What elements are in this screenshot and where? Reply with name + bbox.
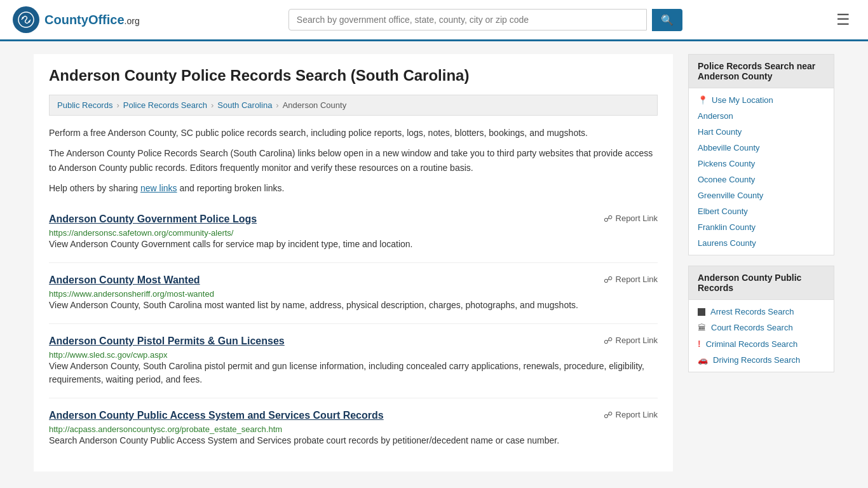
criminal-icon: ! <box>698 339 701 349</box>
sidebar-public-records-list: Arrest Records Search 🏛 Court Records Se… <box>689 300 834 372</box>
report-link-button[interactable]: ☍ Report Link <box>604 274 658 285</box>
result-header: Anderson County Pistol Permits & Gun Lic… <box>49 336 658 347</box>
sidebar-greenville-link[interactable]: Greenville County <box>698 191 763 200</box>
breadcrumb: Public Records › Police Records Search ›… <box>49 95 658 116</box>
list-item: Arrest Records Search <box>689 304 834 320</box>
result-title-link[interactable]: Anderson County Public Access System and… <box>49 410 384 421</box>
result-desc: View Anderson County, South Carolina pis… <box>49 360 658 386</box>
report-link-label: Report Link <box>616 274 658 284</box>
list-item: Laurens County <box>689 235 834 251</box>
sidebar-anderson-link[interactable]: Anderson <box>698 111 733 121</box>
breadcrumb-sep-2: › <box>211 100 214 110</box>
list-item: Elbert County <box>689 203 834 219</box>
court-icon: 🏛 <box>698 323 706 332</box>
logo-text: CountyOffice.org <box>44 13 140 27</box>
logo-suffix: .org <box>125 16 140 26</box>
driving-records-link[interactable]: Driving Records Search <box>713 355 800 365</box>
list-item: Greenville County <box>689 187 834 203</box>
sidebar: Police Records Search near Anderson Coun… <box>688 54 834 471</box>
sidebar-nearby-list: 📍 Use My Location Anderson Hart County A… <box>689 88 834 255</box>
result-title-link[interactable]: Anderson County Most Wanted <box>49 274 200 286</box>
sidebar-nearby-title: Police Records Search near Anderson Coun… <box>689 55 834 88</box>
intro-para-3: Help others by sharing new links and rep… <box>49 181 658 195</box>
list-item: Pickens County <box>689 156 834 172</box>
result-url[interactable]: http://acpass.andersoncountysc.org/proba… <box>49 424 282 434</box>
driving-icon: 🚗 <box>698 355 708 365</box>
intro-para-3-after: and reporting broken links. <box>177 183 285 193</box>
report-link-button[interactable]: ☍ Report Link <box>604 214 658 224</box>
report-link-button[interactable]: ☍ Report Link <box>604 336 658 346</box>
arrest-records-link[interactable]: Arrest Records Search <box>710 307 794 316</box>
sidebar-pickens-link[interactable]: Pickens County <box>698 159 755 168</box>
search-input[interactable] <box>288 9 647 30</box>
result-desc: View Anderson County Government calls fo… <box>49 238 658 251</box>
sidebar-public-records-section: Anderson County Public Records Arrest Re… <box>688 266 834 372</box>
result-header: Anderson County Government Police Logs ☍… <box>49 214 658 225</box>
intro-para-1: Perform a free Anderson County, SC publi… <box>49 126 658 140</box>
sidebar-abbeville-link[interactable]: Abbeville County <box>698 143 760 152</box>
sidebar-franklin-link[interactable]: Franklin County <box>698 222 756 232</box>
report-icon: ☍ <box>604 336 613 346</box>
report-link-label: Report Link <box>616 214 658 223</box>
list-item: Hart County <box>689 124 834 140</box>
list-item: Anderson <box>689 108 834 124</box>
svg-point-2 <box>29 21 31 23</box>
result-header: Anderson County Most Wanted ☍ Report Lin… <box>49 274 658 286</box>
use-my-location-link[interactable]: Use My Location <box>712 95 773 105</box>
result-item: Anderson County Pistol Permits & Gun Lic… <box>49 324 658 398</box>
site-header: CountyOffice.org 🔍 ☰ <box>0 0 868 41</box>
breadcrumb-public-records[interactable]: Public Records <box>57 100 112 110</box>
result-url[interactable]: https://www.andersonsheriff.org/most-wan… <box>49 289 214 299</box>
result-title-link[interactable]: Anderson County Government Police Logs <box>49 214 257 225</box>
report-link-label: Report Link <box>616 336 658 345</box>
result-url[interactable]: http://www.sled.sc.gov/cwp.aspx <box>49 350 167 360</box>
breadcrumb-south-carolina[interactable]: South Carolina <box>217 100 272 110</box>
list-item: Oconee County <box>689 172 834 187</box>
sidebar-oconee-link[interactable]: Oconee County <box>698 175 755 184</box>
list-item: ! Criminal Records Search <box>689 336 834 352</box>
result-desc: Search Anderson County Public Access Sys… <box>49 434 658 447</box>
sidebar-laurens-link[interactable]: Laurens County <box>698 238 756 248</box>
page-title: Anderson County Police Records Search (S… <box>49 67 658 85</box>
list-item: Franklin County <box>689 219 834 235</box>
breadcrumb-sep-3: › <box>276 100 278 110</box>
list-item: 📍 Use My Location <box>689 92 834 108</box>
intro-para-2: The Anderson County Police Records Searc… <box>49 146 658 175</box>
location-icon: 📍 <box>698 95 708 105</box>
search-bar: 🔍 <box>288 9 682 31</box>
main-content: Anderson County Police Records Search (S… <box>34 54 673 471</box>
report-icon: ☍ <box>604 410 613 420</box>
list-item: Abbeville County <box>689 140 834 156</box>
new-links-link[interactable]: new links <box>140 183 177 193</box>
sidebar-elbert-link[interactable]: Elbert County <box>698 207 748 216</box>
court-records-link[interactable]: Court Records Search <box>711 323 793 332</box>
criminal-records-link[interactable]: Criminal Records Search <box>706 339 798 349</box>
result-item: Anderson County Most Wanted ☍ Report Lin… <box>49 263 658 324</box>
arrest-icon <box>698 308 705 316</box>
page-container: Anderson County Police Records Search (S… <box>21 41 847 484</box>
search-button[interactable]: 🔍 <box>652 9 682 31</box>
report-icon: ☍ <box>604 274 613 285</box>
report-icon: ☍ <box>604 214 613 224</box>
report-link-label: Report Link <box>616 410 658 419</box>
result-url[interactable]: https://andersonsc.safetown.org/communit… <box>49 228 233 238</box>
sidebar-public-records-title: Anderson County Public Records <box>689 266 834 300</box>
search-icon: 🔍 <box>661 15 674 25</box>
sidebar-hart-county-link[interactable]: Hart County <box>698 127 742 137</box>
breadcrumb-anderson-county: Anderson County <box>283 100 346 110</box>
list-item: 🏛 Court Records Search <box>689 320 834 336</box>
result-title-link[interactable]: Anderson County Pistol Permits & Gun Lic… <box>49 336 285 347</box>
hamburger-icon: ☰ <box>836 11 850 28</box>
logo-name: CountyOffice <box>44 13 125 27</box>
breadcrumb-police-records[interactable]: Police Records Search <box>123 100 207 110</box>
report-link-button[interactable]: ☍ Report Link <box>604 410 658 420</box>
result-header: Anderson County Public Access System and… <box>49 410 658 421</box>
breadcrumb-sep-1: › <box>116 100 119 110</box>
intro-para-3-before: Help others by sharing <box>49 183 140 193</box>
result-item: Anderson County Public Access System and… <box>49 398 658 459</box>
svg-point-1 <box>22 17 24 19</box>
logo[interactable]: CountyOffice.org <box>13 6 140 33</box>
logo-icon <box>13 6 39 33</box>
list-item: 🚗 Driving Records Search <box>689 352 834 368</box>
menu-button[interactable]: ☰ <box>831 8 855 31</box>
